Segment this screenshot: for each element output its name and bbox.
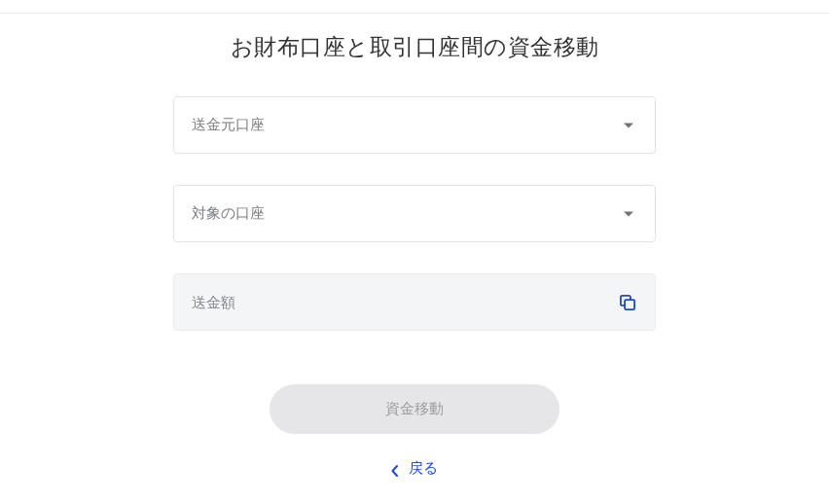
source-account-label: 送金元口座: [192, 116, 265, 134]
copy-icon[interactable]: [618, 293, 637, 312]
divider-line: [0, 13, 829, 14]
back-label: 戻る: [409, 459, 438, 478]
source-account-select[interactable]: 送金元口座: [173, 96, 656, 154]
chevron-down-icon: [624, 211, 633, 216]
chevron-down-icon: [624, 123, 633, 127]
back-link[interactable]: 戻る: [173, 459, 656, 478]
amount-field-container: [173, 273, 656, 331]
target-account-label: 対象の口座: [192, 204, 265, 223]
svg-rect-0: [625, 300, 634, 309]
page-title: お財布口座と取引口座間の資金移動: [0, 0, 829, 62]
amount-input[interactable]: [192, 294, 637, 310]
chevron-left-icon: [391, 463, 399, 475]
transfer-form: 送金元口座 対象の口座 資金移動 戻る: [173, 96, 656, 478]
transfer-button[interactable]: 資金移動: [270, 384, 559, 434]
target-account-select[interactable]: 対象の口座: [173, 185, 656, 242]
